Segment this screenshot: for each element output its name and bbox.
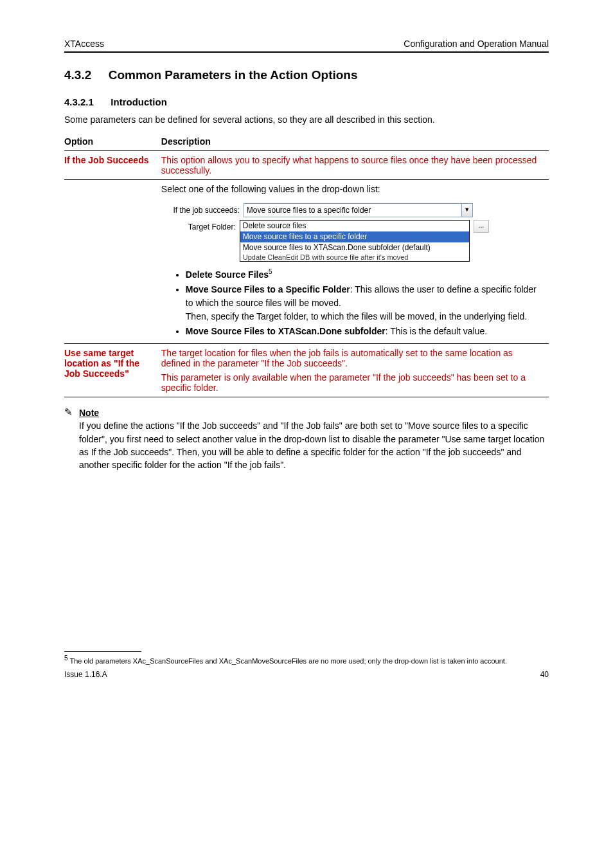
opt-same-loc-note: This parameter is only available when th… — [161, 372, 542, 393]
bullet-list: Delete Source Files5 Move Source Files t… — [161, 267, 542, 338]
intro-title: Introduction — [111, 96, 166, 107]
page-header: XTAccess Configuration and Operation Man… — [64, 39, 549, 53]
footnote-rule — [64, 651, 141, 653]
dropdown-listbox[interactable]: Delete source files Move source files to… — [240, 220, 470, 262]
screenshot-dropdown: If the job succeeds: Move source files t… — [161, 202, 489, 263]
footer-page: 40 — [540, 670, 549, 679]
dropdown-selected[interactable]: Move source files to a specific folder — [244, 203, 462, 217]
opt-if-succeeds: If the Job Succeeds — [64, 155, 148, 165]
opt-if-succeeds-desc1: This option allows you to specify what h… — [161, 155, 542, 176]
browse-button[interactable] — [474, 220, 489, 233]
section-number: 4.3.2 — [64, 68, 91, 82]
footer-issue: Issue 1.16.A — [64, 670, 107, 679]
header-product: XTAccess — [64, 39, 104, 49]
section-heading: 4.3.2 Common Parameters in the Action Op… — [64, 68, 549, 82]
opt-same-loc-desc: The target location for files when the j… — [161, 348, 542, 368]
opt-if-succeeds-desc2: Select one of the following values in th… — [161, 184, 542, 194]
bullet-2: Move Source Files to a Specific Folder: … — [186, 283, 542, 323]
ss-label-ifsucceeds: If the job succeeds: — [161, 206, 244, 215]
intro-heading: 4.3.2.1 Introduction — [64, 96, 549, 108]
ss-label-targetfolder: Target Folder: — [161, 220, 240, 231]
footnote-text: 5 The old parameters XAc_ScanSourceFiles… — [64, 655, 549, 665]
intro-number: 4.3.2.1 — [64, 96, 94, 107]
note-text: Note If you define the actions "If the J… — [79, 406, 549, 471]
dropdown-opt-2[interactable]: Move source files to XTAScan.Done subfol… — [240, 242, 469, 253]
dropdown-opt-1[interactable]: Move source files to a specific folder — [240, 231, 469, 242]
options-table-1: Option Description If the Job Succeeds T… — [64, 132, 549, 397]
dropdown-opt-partial[interactable]: Update CleanEdit DB with source file aft… — [240, 253, 469, 261]
bullet-3: Move Source Files to XTAScan.Done subfol… — [186, 325, 542, 338]
page-footer: 5 The old parameters XAc_ScanSourceFiles… — [64, 651, 549, 679]
dropdown-arrow-icon[interactable]: ▼ — [461, 203, 473, 217]
pencil-icon: ✎ — [64, 406, 73, 471]
header-doc: Configuration and Operation Manual — [404, 39, 549, 49]
dropdown-opt-0[interactable]: Delete source files — [240, 221, 469, 231]
bullet-1: Delete Source Files5 — [186, 267, 542, 282]
col-description: Description — [161, 132, 549, 151]
note-block: ✎ Note If you define the actions "If the… — [64, 406, 549, 471]
bullet-2-extra: Then, specify the Target folder, to whic… — [186, 310, 542, 323]
intro-text: Some parameters can be defined for sever… — [64, 113, 549, 126]
col-option: Option — [64, 132, 161, 151]
opt-same-loc: Use same target location as "If the Job … — [64, 348, 139, 379]
section-title: Common Parameters in the Action Options — [109, 68, 358, 82]
